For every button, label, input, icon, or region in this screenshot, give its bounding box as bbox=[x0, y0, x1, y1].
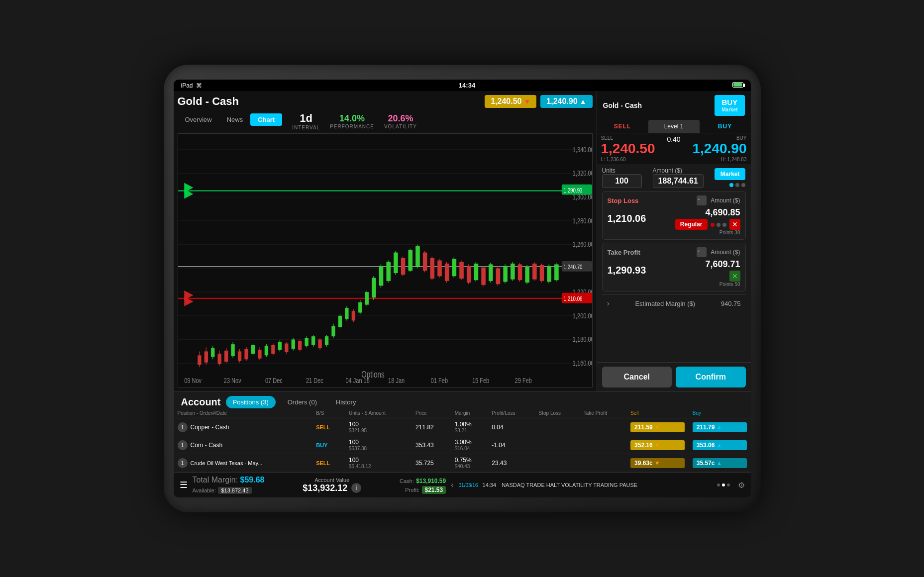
buy-market-button[interactable]: BUY Market bbox=[715, 95, 744, 116]
svg-rect-47 bbox=[211, 348, 214, 357]
sell-price-badge: 1,240.50 ▼ bbox=[485, 95, 536, 108]
info-button[interactable]: i bbox=[351, 483, 361, 493]
pnl-value: 0.04 bbox=[488, 418, 534, 436]
buy-label-right: BUY bbox=[693, 135, 747, 141]
svg-text:1,160.00: 1,160.00 bbox=[572, 359, 592, 368]
positions-table: Position - Order#/Date B/S Units - $ Amo… bbox=[174, 408, 751, 472]
svg-rect-49 bbox=[217, 354, 221, 364]
ipad-label: iPad bbox=[181, 82, 193, 89]
svg-text:21 Dec: 21 Dec bbox=[306, 377, 323, 385]
sl-delete-button[interactable]: ✕ bbox=[729, 219, 740, 230]
tab-orders[interactable]: Orders (0) bbox=[281, 396, 324, 408]
price-value: 353.43 bbox=[411, 436, 451, 454]
col-bs: B/S bbox=[312, 408, 345, 418]
svg-rect-129 bbox=[496, 268, 500, 284]
margin-row[interactable]: › Estimated Margin ($) 940.75 bbox=[602, 294, 746, 312]
table-row: 1 Crude Oil West Texas - May... SELL 100… bbox=[174, 454, 751, 472]
sell-price-cell[interactable]: 211.59 ▼ bbox=[630, 422, 685, 432]
tp-delete-button[interactable]: ✕ bbox=[729, 271, 740, 282]
total-margin-label: Total Margin: bbox=[193, 476, 238, 484]
svg-rect-55 bbox=[237, 351, 241, 361]
menu-icon[interactable]: ☰ bbox=[180, 480, 188, 490]
profit-value: $21.53 bbox=[422, 486, 446, 494]
margin-percent: 1.00% bbox=[455, 421, 484, 428]
take-profit-label: Take Profit bbox=[608, 249, 640, 256]
svg-rect-91 bbox=[358, 302, 362, 313]
sell-arrow-icon: ▼ bbox=[654, 460, 660, 467]
svg-rect-51 bbox=[224, 351, 227, 362]
gear-icon[interactable]: ⚙ bbox=[738, 481, 745, 490]
level-tab[interactable]: Level 1 bbox=[648, 120, 700, 133]
position-name: Copper - Cash bbox=[191, 424, 229, 431]
svg-rect-103 bbox=[401, 258, 405, 275]
margin-value: 940.75 bbox=[721, 300, 741, 307]
svg-rect-131 bbox=[503, 266, 508, 282]
pnl-value: 23.43 bbox=[488, 454, 534, 472]
clock: 14:34 bbox=[459, 82, 475, 89]
news-ticker: 01/03/16 14:34 NASDAQ TRADE HALT VOLATIL… bbox=[459, 482, 709, 488]
tab-overview[interactable]: Overview bbox=[178, 113, 219, 126]
col-units: Units - $ Amount bbox=[345, 408, 411, 418]
tp-points-label: Points 50 bbox=[608, 282, 740, 287]
svg-rect-53 bbox=[231, 344, 234, 356]
col-margin: Margin bbox=[451, 408, 488, 418]
available-label: Available: bbox=[193, 487, 216, 493]
col-pnl: Profit/Loss bbox=[488, 408, 534, 418]
buy-price-cell[interactable]: 353.06 ▲ bbox=[693, 440, 747, 450]
svg-rect-99 bbox=[386, 262, 391, 281]
high-value: H: 1,248.83 bbox=[693, 157, 747, 162]
tp-toggle[interactable]: ⌄ bbox=[697, 247, 707, 257]
sl-points-label: Points 30 bbox=[608, 230, 740, 235]
sl-value-cell bbox=[535, 436, 580, 454]
svg-rect-137 bbox=[525, 267, 529, 283]
svg-text:1,290.93: 1,290.93 bbox=[563, 187, 582, 193]
tab-chart[interactable]: Chart bbox=[250, 113, 282, 126]
svg-rect-141 bbox=[539, 265, 544, 281]
tab-history[interactable]: History bbox=[329, 396, 363, 408]
sell-price-cell[interactable]: 352.16 ▼ bbox=[630, 440, 685, 450]
nav-tabs: Overview News Chart bbox=[178, 113, 283, 126]
confirm-button[interactable]: Confirm bbox=[676, 367, 746, 387]
svg-rect-83 bbox=[331, 326, 335, 337]
col-sl: Stop Loss bbox=[535, 408, 580, 418]
tab-positions[interactable]: Positions (3) bbox=[226, 396, 276, 408]
price-value: 211.82 bbox=[411, 418, 451, 436]
units-input[interactable]: 100 bbox=[602, 174, 642, 188]
svg-rect-135 bbox=[517, 264, 522, 280]
sl-toggle[interactable]: ⌄ bbox=[697, 195, 707, 205]
svg-text:09 Nov: 09 Nov bbox=[184, 377, 202, 385]
svg-rect-109 bbox=[422, 253, 427, 271]
svg-rect-115 bbox=[444, 264, 449, 281]
news-dot-3 bbox=[727, 483, 730, 486]
prev-arrow-icon[interactable]: ‹ bbox=[451, 481, 453, 489]
margin-dollar: $40.43 bbox=[455, 464, 484, 469]
regular-button[interactable]: Regular bbox=[675, 219, 708, 230]
market-type-button[interactable]: Market bbox=[715, 168, 746, 180]
cancel-button[interactable]: Cancel bbox=[602, 367, 672, 387]
buy-price-display: 1,240.90 bbox=[693, 141, 747, 157]
account-title: Account bbox=[181, 396, 221, 408]
sell-price-cell[interactable]: 39.63c ▼ bbox=[630, 458, 685, 468]
news-dot-1 bbox=[717, 483, 720, 486]
svg-text:1,200.00: 1,200.00 bbox=[572, 311, 592, 320]
svg-text:1,240.70: 1,240.70 bbox=[563, 264, 582, 270]
svg-rect-95 bbox=[372, 278, 376, 297]
svg-text:Options: Options bbox=[361, 370, 385, 379]
buy-tab[interactable]: BUY bbox=[700, 120, 751, 133]
svg-text:18 Jan: 18 Jan bbox=[388, 377, 405, 385]
tab-news[interactable]: News bbox=[219, 113, 251, 126]
margin-percent: 0.75% bbox=[455, 457, 484, 464]
buy-price-cell[interactable]: 211.79 ▲ bbox=[693, 422, 747, 432]
table-row: 1 Corn - Cash BUY 100 $537.38 353.43 bbox=[174, 436, 751, 454]
units-value: 100 bbox=[349, 439, 408, 446]
bs-indicator: SELL bbox=[316, 424, 330, 430]
order-panel: Gold - Cash BUY Market SELL Level 1 BUY bbox=[597, 91, 751, 391]
amount-input[interactable]: 188,744.61 bbox=[653, 174, 704, 188]
buy-price-cell[interactable]: 35.57c ▲ bbox=[693, 458, 747, 468]
svg-rect-87 bbox=[345, 308, 348, 319]
take-profit-section: Take Profit ⌄ Amount ($) 1,290.93 7,609.… bbox=[602, 243, 746, 291]
margin-label: Estimated Margin ($) bbox=[635, 300, 695, 307]
svg-rect-143 bbox=[547, 266, 551, 282]
svg-text:1,260.00: 1,260.00 bbox=[572, 240, 592, 249]
amount-value: $537.38 bbox=[349, 446, 408, 451]
